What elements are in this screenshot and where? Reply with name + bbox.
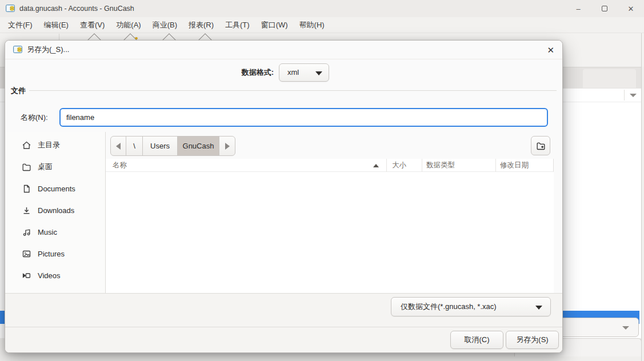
path-breadcrumb: \ Users GnuCash [110, 136, 235, 156]
places-sidebar: 主目录 桌面 Documents Downloads Music [6, 132, 106, 293]
menubar: 文件(F) 编辑(E) 查看(V) 功能(A) 商业(B) 报表(R) 工具(T… [0, 17, 644, 33]
home-icon [22, 141, 31, 150]
minimize-button[interactable]: – [565, 0, 591, 17]
main-window-titlebar: data.gnucash - Accounts - GnuCash [0, 0, 644, 17]
file-type-filter-value: 仅数据文件(*.gnucash, *.xac) [401, 302, 497, 311]
menu-edit[interactable]: 编辑(E) [43, 18, 70, 32]
menu-help[interactable]: 帮助(H) [298, 18, 326, 32]
place-downloads[interactable]: Downloads [6, 199, 105, 221]
menu-reports[interactable]: 报表(R) [187, 18, 215, 32]
maximize-icon [602, 6, 607, 11]
toolbar-icon-partial [198, 33, 214, 40]
filename-label: 名称(N): [21, 108, 48, 127]
dialog-titlebar: 另存为(_S)... ✕ [5, 41, 562, 59]
place-home[interactable]: 主目录 [6, 134, 105, 156]
menu-actions[interactable]: 功能(A) [115, 18, 142, 32]
chevron-down-icon [622, 326, 629, 330]
file-list-body[interactable] [106, 172, 554, 293]
path-forward-button[interactable] [219, 137, 235, 155]
path-back-button[interactable] [111, 137, 126, 155]
place-videos[interactable]: Videos [6, 264, 105, 286]
data-format-value: xml [287, 68, 299, 77]
column-header-divider [624, 90, 625, 101]
menu-view[interactable]: 查看(V) [79, 18, 106, 32]
column-options-icon[interactable] [630, 94, 637, 97]
file-list-header: 名称 大小 数据类型 修改日期 [106, 159, 554, 172]
path-segment-gnucash[interactable]: GnuCash [177, 137, 219, 155]
file-group-label: 文件 [11, 86, 26, 96]
save-as-dialog: 另存为(_S)... ✕ 数据格式: xml 文件 名称(N): 主目录 桌面 … [5, 40, 563, 353]
dialog-close-button[interactable]: ✕ [547, 46, 554, 54]
filename-input[interactable] [59, 108, 548, 127]
toolbar-icon-partial [162, 33, 178, 40]
cancel-button[interactable]: 取消(C) [450, 331, 503, 349]
toolbar-icon-partial [123, 33, 139, 40]
column-name[interactable]: 名称 [113, 159, 127, 172]
accounts-tab[interactable] [583, 69, 636, 88]
document-icon [22, 184, 31, 194]
window-border [641, 33, 642, 361]
maximize-button[interactable] [591, 0, 618, 17]
toolbar-icon-partial [87, 33, 103, 40]
chevron-down-icon [535, 306, 542, 310]
path-segment-users[interactable]: Users [142, 137, 177, 155]
column-type[interactable]: 数据类型 [426, 159, 455, 172]
music-icon [22, 227, 31, 237]
video-icon [22, 271, 31, 280]
chevron-left-icon [116, 143, 121, 150]
chevron-right-icon [225, 143, 230, 150]
column-modified[interactable]: 修改日期 [500, 159, 529, 172]
window-controls: – ✕ [565, 0, 644, 17]
sort-asc-icon [373, 164, 379, 167]
folder-icon [22, 162, 31, 172]
action-band: 取消(C) 另存为(S) [5, 327, 562, 353]
gnucash-dialog-icon [13, 45, 22, 54]
path-segment-root[interactable]: \ [126, 137, 142, 155]
file-type-filter-dropdown[interactable]: 仅数据文件(*.gnucash, *.xac) [391, 297, 551, 316]
place-desktop[interactable]: 桌面 [6, 156, 105, 178]
save-as-button[interactable]: 另存为(S) [506, 331, 559, 349]
create-folder-button[interactable] [531, 136, 550, 155]
place-documents[interactable]: Documents [6, 178, 105, 199]
new-folder-icon [536, 141, 546, 151]
data-format-dropdown[interactable]: xml [279, 63, 329, 82]
download-icon [22, 206, 31, 215]
gnucash-app-icon [6, 4, 15, 13]
place-music[interactable]: Music [6, 221, 105, 243]
toolbar-separator [59, 34, 59, 40]
close-button[interactable]: ✕ [618, 0, 644, 17]
chevron-down-icon [315, 71, 322, 75]
menu-windows[interactable]: 窗口(W) [260, 18, 289, 32]
picture-icon [22, 249, 31, 259]
column-size[interactable]: 大小 [392, 159, 406, 172]
place-pictures[interactable]: Pictures [6, 243, 105, 264]
window-title: data.gnucash - Accounts - GnuCash [19, 5, 134, 13]
menu-business[interactable]: 商业(B) [151, 18, 178, 32]
menu-file[interactable]: 文件(F) [7, 18, 34, 32]
file-group-frame [29, 90, 557, 91]
dialog-title: 另存为(_S)... [27, 45, 69, 55]
data-format-label: 数据格式: [177, 63, 274, 82]
menu-tools[interactable]: 工具(T) [224, 18, 251, 32]
